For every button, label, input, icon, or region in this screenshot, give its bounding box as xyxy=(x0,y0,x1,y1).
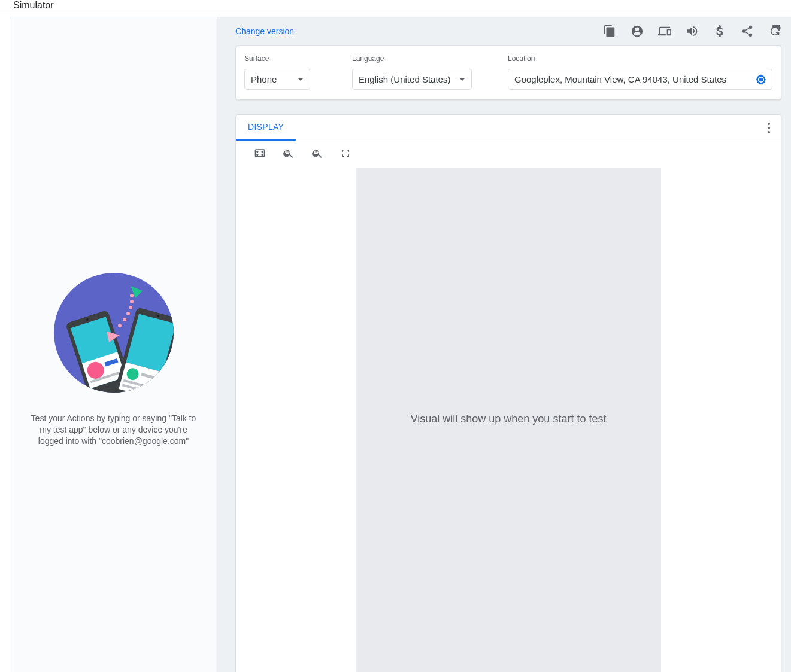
share-icon[interactable] xyxy=(741,25,754,38)
location-input[interactable] xyxy=(514,69,755,89)
svg-point-22 xyxy=(129,306,132,309)
fit-screen-icon[interactable] xyxy=(254,147,266,159)
svg-point-21 xyxy=(126,312,130,315)
chat-panel: Test your Actions by typing or saying "T… xyxy=(10,17,217,672)
surface-label: Surface xyxy=(244,54,328,63)
svg-point-29 xyxy=(257,154,258,156)
right-area: Change version Surface Phone xyxy=(217,17,791,672)
stage-placeholder: Visual will show up when you start to te… xyxy=(411,413,607,425)
svg-point-30 xyxy=(262,154,263,156)
svg-rect-26 xyxy=(256,150,265,157)
language-label: Language xyxy=(352,54,484,63)
intro-text: Test your Actions by typing or saying "T… xyxy=(30,413,198,447)
tab-display[interactable]: DISPLAY xyxy=(236,115,296,141)
svg-point-23 xyxy=(130,300,134,303)
preview-scroll[interactable]: Visual will show up when you start to te… xyxy=(236,165,781,672)
page-title: Simulator xyxy=(13,0,54,11)
refresh-icon[interactable] xyxy=(768,25,781,38)
volume-icon[interactable] xyxy=(686,25,699,38)
chevron-down-icon xyxy=(459,78,465,81)
surface-value: Phone xyxy=(251,74,277,84)
hero-illustration xyxy=(48,268,180,397)
my-location-icon[interactable] xyxy=(755,74,767,86)
chevron-down-icon xyxy=(298,78,304,81)
surface-select[interactable]: Phone xyxy=(244,69,310,90)
preview-stage: Visual will show up when you start to te… xyxy=(356,168,661,672)
fullscreen-icon[interactable] xyxy=(340,148,351,159)
svg-point-20 xyxy=(123,318,126,321)
devices-icon[interactable] xyxy=(658,25,671,38)
app-header: Simulator xyxy=(0,0,791,11)
copy-icon[interactable] xyxy=(603,25,616,38)
zoom-in-icon[interactable] xyxy=(311,147,323,159)
svg-point-28 xyxy=(262,151,263,153)
language-select[interactable]: English (United States) xyxy=(352,69,472,90)
svg-point-24 xyxy=(130,294,134,297)
display-card: DISPLAY Visual will show up when you sta… xyxy=(235,114,781,672)
more-icon[interactable] xyxy=(764,119,774,137)
zoom-out-icon[interactable] xyxy=(283,147,295,159)
settings-card: Surface Phone Language English (United S… xyxy=(235,45,781,100)
svg-point-19 xyxy=(118,324,122,327)
account-icon[interactable] xyxy=(631,25,644,38)
svg-point-27 xyxy=(257,151,258,153)
monetize-icon[interactable] xyxy=(713,25,726,38)
location-label: Location xyxy=(508,54,772,63)
change-version-link[interactable]: Change version xyxy=(235,26,294,36)
svg-marker-15 xyxy=(151,391,160,397)
language-value: English (United States) xyxy=(359,74,450,84)
